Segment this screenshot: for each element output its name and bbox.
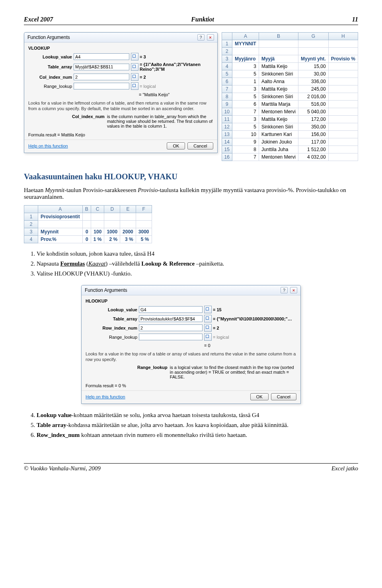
cell: 1 % [91,236,104,243]
row-header: 13 [222,131,232,138]
arg-result: = 3 [140,54,213,59]
cell [328,78,358,85]
ok-button[interactable]: OK [250,393,269,400]
footer-left: © Vuokko Vanhala-Nurmi, 2009 [24,465,101,472]
cell [104,221,120,228]
column-header: A [38,206,83,213]
arg-input[interactable] [74,74,129,80]
row-header: 2 [24,221,38,228]
row-header: 6 [222,78,232,85]
range-selector-icon[interactable] [204,306,212,313]
header-center: Funktiot [191,16,214,23]
cell: MYYNNIT [232,40,259,48]
formula-result-label: Formula result = [28,132,60,137]
arg-input[interactable] [139,315,203,322]
help-link[interactable]: Help on this function [28,144,68,148]
list-item: Table array-kohdassa määritetään se alue… [37,421,358,429]
arg-result: = 2 [140,75,213,80]
column-header [24,206,38,213]
cell: Mattila Keijo [259,116,298,123]
vlookup-dialog: Function Arguments ? × VLOOKUP Lookup_va… [24,32,218,153]
cell [328,153,358,161]
help-icon[interactable]: ? [281,287,288,293]
cell: 8 [232,146,259,153]
cell [298,48,328,55]
arg-result: = {"Myynnit"\0\100\1000\2000\3000;"… [213,316,296,321]
cell: 117,00 [298,138,328,146]
row-header: 16 [222,153,232,161]
arg-input[interactable] [74,64,129,70]
arg-input[interactable] [139,324,203,331]
range-selector-icon[interactable] [204,324,212,332]
header-left: Excel 2007 [24,16,53,23]
row-header: 8 [222,93,232,101]
cell: 3 [232,63,259,70]
section-title: Vaakasuuntainen haku HLOOKUP, VHAKU [24,172,358,181]
close-icon[interactable]: × [290,287,297,293]
range-selector-icon[interactable] [204,333,212,341]
arg-result: = 15 [213,307,296,312]
cell: 15,00 [298,63,328,70]
cell [104,213,120,221]
cell: 5 040,00 [298,108,328,116]
steps-list-2: Lookup value-kohtaan määritetään se solu… [24,411,358,439]
intro-paragraph: Haetaan Myynnit-taulun Provisio-sarakkee… [24,187,358,200]
arg-input[interactable] [74,53,129,60]
function-name: VLOOKUP [28,46,213,50]
cell: 10 [232,131,259,138]
cell [328,101,358,108]
header-right: 11 [352,16,358,23]
cell: 1000 [104,228,120,236]
cell [328,138,358,146]
cell [328,85,358,93]
cell: 3 [232,116,259,123]
cell: 7 [232,108,259,116]
help-icon[interactable]: ? [197,34,205,41]
cancel-button[interactable]: Cancel [271,393,296,400]
cell [120,213,136,221]
row-header: 1 [24,213,38,221]
cell: 2 016,00 [298,93,328,101]
cell [328,40,358,48]
arg-label: Col_index_num [28,75,72,80]
formula-result-label: Formula result = [86,383,117,388]
myynnit-grid: ABGH1MYYNNIT23MyyjänroMyyjäMyynti yht.Pr… [222,32,358,161]
range-selector-icon[interactable] [131,82,138,90]
row-header: 4 [222,63,232,70]
list-item: Lookup value-kohtaan määritetään se solu… [37,411,358,419]
hlookup-dialog: Function Arguments ? × HLOOKUP Lookup_va… [81,285,301,404]
cell: 100 [91,228,104,236]
help-link[interactable]: Help on this function [86,394,125,399]
column-header: B [82,206,91,213]
arg-result: = {1\"Aalto Anna";2\"Virtanen Reino";3\"… [140,62,213,72]
range-selector-icon[interactable] [131,73,138,81]
cell [136,221,152,228]
cell: Prov.% [38,236,83,243]
arg-input[interactable] [139,306,203,313]
cell [328,123,358,131]
cell: Mattila Keijo [259,85,298,93]
range-selector-icon[interactable] [131,63,138,71]
range-selector-icon[interactable] [131,53,138,60]
cell: 336,00 [298,78,328,85]
cell [38,221,83,228]
cancel-button[interactable]: Cancel [187,142,213,149]
cell: 9 [232,138,259,146]
cell: 516,00 [298,101,328,108]
dialog-titlebar: Function Arguments ? × [24,33,217,43]
arg-input[interactable] [74,83,129,89]
close-icon[interactable]: × [207,34,214,41]
column-header: F [136,206,152,213]
column-header: C [91,206,104,213]
range-selector-icon[interactable] [204,315,212,322]
arg-input[interactable] [139,334,203,340]
cell [91,221,104,228]
arg-label: Row_index_num [86,326,137,330]
list-item: Valitse HLOOKUP (VHAKU) -funktio. [37,270,358,278]
function-name: HLOOKUP [86,299,296,303]
row-header: 3 [222,55,232,63]
cell: Jokinen Jouko [259,138,298,146]
cell: Mentonen Mervi [259,108,298,116]
ok-button[interactable]: OK [167,142,185,149]
dialog-title-text: Function Arguments [85,287,127,293]
